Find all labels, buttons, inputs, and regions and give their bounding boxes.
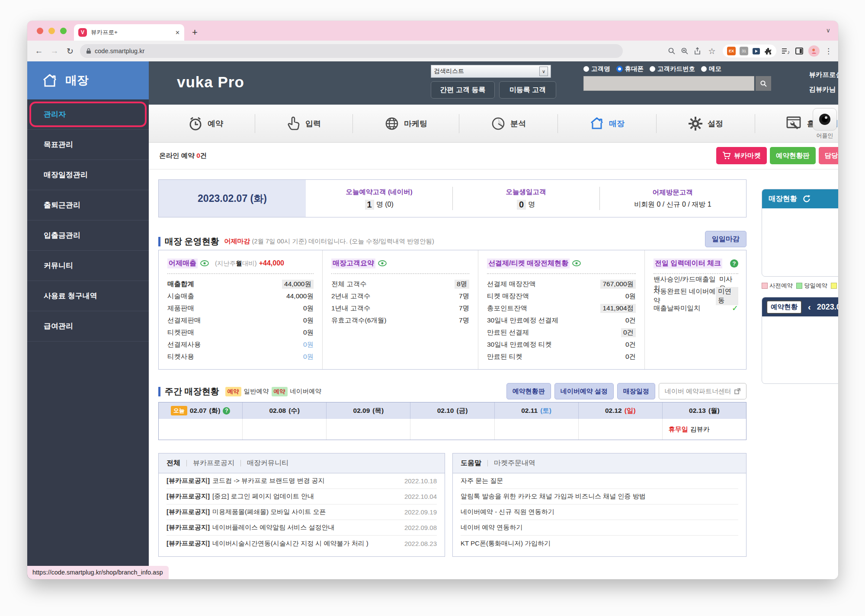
quick-customer-register-button[interactable]: 간편 고객 등록 — [431, 81, 495, 99]
search-icon[interactable] — [668, 47, 676, 55]
day-cell[interactable] — [159, 419, 242, 440]
notice-item[interactable]: [뷰카프로공지]네이버플레이스 예약알림 서비스 설정안내2022.09.08 — [167, 520, 437, 536]
stat-value: 0 — [517, 200, 526, 210]
store-status-title: 매장현황 — [769, 194, 797, 204]
tab-all[interactable]: 전체 — [167, 459, 180, 468]
day-cell[interactable] — [410, 419, 494, 440]
minimize-window-button[interactable] — [48, 28, 55, 34]
weekly-reservation-board-button[interactable]: 예약현황판 — [506, 383, 551, 399]
help-item[interactable]: 네이버예약 - 신규 직원 연동하기 — [461, 504, 738, 520]
prev-arrow-icon[interactable] — [808, 302, 811, 312]
eye-icon[interactable] — [378, 260, 387, 266]
bookmark-star-icon[interactable]: ☆ — [706, 46, 718, 56]
nav-analysis[interactable]: 분석 — [490, 116, 526, 131]
extension-video-icon[interactable] — [752, 47, 760, 55]
extension-calendar-icon[interactable]: 31 — [740, 47, 748, 55]
profile-avatar[interactable] — [808, 45, 820, 57]
radio-mobile[interactable]: 휴대폰 — [616, 65, 644, 73]
alarm-clock-icon — [188, 116, 203, 131]
help-item[interactable]: 네이버 예약 연동하기 — [461, 520, 738, 536]
back-button[interactable]: ← — [33, 46, 45, 56]
day-header: 02.13(월) — [662, 402, 746, 419]
tab-store-community[interactable]: 매장커뮤니티 — [247, 459, 288, 468]
daily-close-button[interactable]: 일일마감 — [705, 231, 746, 247]
sidebar-item-payroll[interactable]: 급여관리 — [27, 311, 149, 342]
zoom-icon[interactable] — [681, 47, 689, 55]
search-list-select[interactable]: 검색리스트 — [431, 65, 551, 78]
sidebar-item-cash-flow[interactable]: 입출금관리 — [27, 220, 149, 251]
forward-button[interactable]: → — [49, 46, 60, 56]
vuka-market-button[interactable]: 뷰카마켓 — [716, 147, 767, 164]
eye-icon[interactable] — [572, 260, 581, 266]
tab-vukapro-notice[interactable]: 뷰카프로공지 — [193, 459, 234, 468]
naver-reservation-settings-button[interactable]: 네이버예약 설정 — [554, 383, 614, 399]
day-header-today: 오늘 02.07(화) — [159, 402, 242, 419]
sidebar-item-billing[interactable]: 사용료 청구내역 — [27, 281, 149, 311]
radio-customer-name[interactable]: 고객명 — [583, 65, 610, 73]
naver-partner-center-button[interactable]: 네이버 예약파트너센터 — [659, 383, 746, 399]
tab-market-orders[interactable]: 마켓주문내역 — [494, 459, 535, 468]
side-panel-icon[interactable] — [795, 48, 803, 54]
customer-search-button[interactable] — [756, 76, 771, 91]
help-item[interactable]: KT PC폰(통화매니저) 가입하기 — [461, 536, 738, 551]
maximize-window-button[interactable] — [60, 28, 67, 34]
radio-card-number[interactable]: 고객카드번호 — [650, 65, 695, 73]
tab-close-icon[interactable] — [175, 29, 180, 36]
help-icon[interactable] — [730, 259, 738, 268]
today-summary-card: 2023.02.07 (화) 오늘예약고객 (네이버) 1명 (0) 오늘생일고… — [158, 179, 746, 217]
share-icon[interactable] — [694, 47, 701, 55]
nav-settings[interactable]: 설정 — [688, 116, 723, 131]
sidebar-item-community[interactable]: 커뮤니티 — [27, 251, 149, 281]
day-cell-holiday[interactable]: 휴무일 김뷰카 — [662, 419, 746, 440]
close-window-button[interactable] — [37, 28, 43, 34]
sidebar-item-attendance[interactable]: 출퇴근관리 — [27, 190, 149, 220]
eye-icon[interactable] — [200, 260, 209, 266]
notice-item[interactable]: [뷰카프로공지]미용제품몰(폐쇄몰) 모바일 사이트 오픈2022.09.19 — [167, 504, 437, 520]
day-cell[interactable] — [578, 419, 662, 440]
notice-item[interactable]: [뷰카프로공지]코드컴 -> 뷰카프로 브랜드명 변경 공지2022.10.18 — [167, 473, 437, 489]
help-tabs: 도움말 마켓주문내역 — [453, 453, 746, 473]
tab-help[interactable]: 도움말 — [461, 459, 481, 468]
reservation-board-button[interactable]: 예약현황판 — [770, 147, 816, 164]
new-tab-button[interactable] — [192, 27, 198, 41]
extensions-puzzle-icon[interactable] — [764, 47, 772, 55]
unregistered-customer-button[interactable]: 미등록 고객 — [499, 81, 556, 99]
address-bar[interactable]: code.smartplug.kr — [80, 44, 623, 58]
sidebar-title: 매장 — [65, 73, 89, 88]
nav-marketing[interactable]: 마케팅 — [384, 116, 427, 131]
weekly-table: 오늘 02.07(화) 02.08(수) 02.09(목) 02.10(금) 0… — [158, 402, 746, 440]
day-cell[interactable] — [326, 419, 410, 440]
help-item[interactable]: 알림톡 발송을 위한 카카오 채널 가입과 비즈니스 채널 인증 방법 — [461, 489, 738, 504]
sidebar-item-store-schedule[interactable]: 매장일정관리 — [27, 160, 149, 190]
reservation-status-button[interactable]: 예약현황 — [766, 300, 802, 314]
nav-input[interactable]: 입력 — [286, 116, 321, 131]
ops-box: 어제매출 (지난주월대비) +44,000 매출합계44,000원 시술매출44… — [158, 250, 746, 370]
browser-menu-icon[interactable] — [825, 47, 832, 56]
day-cell[interactable] — [242, 419, 326, 440]
nav-reservation[interactable]: 예약 — [188, 116, 223, 131]
customer-search-input[interactable] — [583, 76, 754, 91]
app-shortcut[interactable] — [813, 108, 837, 131]
sidebar-item-label: 커뮤니티 — [44, 261, 73, 271]
sidebar-item-admin[interactable]: 관리자 — [27, 99, 149, 130]
customer-search-radios: 고객명 휴대폰 고객카드번호 메모 — [583, 65, 721, 73]
browser-tab[interactable]: V 뷰카프로+ — [74, 24, 184, 41]
sidebar-item-goal-management[interactable]: 목표관리 — [27, 130, 149, 160]
nav-store[interactable]: 매장 — [589, 116, 625, 131]
tab-search-chevron-icon[interactable] — [826, 27, 830, 34]
ops-row: 선결제판매0원 — [167, 314, 314, 326]
reload-button[interactable]: ↻ — [64, 46, 76, 56]
gear-icon — [688, 116, 703, 131]
notice-item[interactable]: [뷰카프로공지][중요] 로그인 페이지 업데이트 안내2022.10.04 — [167, 489, 437, 504]
day-header: 02.08(수) — [242, 402, 326, 419]
by-staff-button[interactable]: 담당자별 — [819, 147, 839, 164]
help-icon[interactable] — [223, 407, 230, 415]
reading-list-icon[interactable]: ♪ — [782, 48, 790, 54]
notice-item[interactable]: [뷰카프로공지]네이버시술시간연동(시술시간 지정 시 예약불가 처리 )202… — [167, 536, 437, 551]
radio-memo[interactable]: 메모 — [701, 65, 721, 73]
day-cell[interactable] — [494, 419, 578, 440]
refresh-icon[interactable] — [802, 195, 811, 203]
help-item[interactable]: 자주 묻는 질문 — [461, 473, 738, 489]
store-schedule-button[interactable]: 매장일정 — [617, 383, 655, 399]
extension-ex-icon[interactable]: EX — [727, 47, 736, 55]
